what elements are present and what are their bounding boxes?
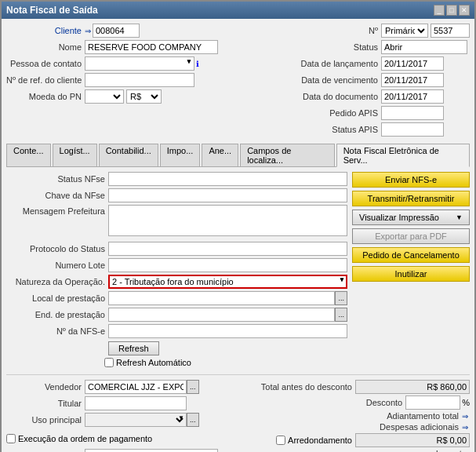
mensagem-textarea[interactable]	[108, 205, 347, 236]
pedido-canc-button[interactable]: Pedido de Cancelamento	[352, 247, 470, 263]
total-antes-label: Total antes do desconto	[261, 382, 355, 392]
nome-input[interactable]	[85, 40, 218, 54]
pedido-apis-label: Pedido APIS	[287, 108, 381, 118]
tab-contabilid[interactable]: Contabilid...	[99, 144, 158, 166]
enviar-nfse-button[interactable]: Enviar NFS-e	[352, 172, 470, 188]
moeda-currency-select[interactable]: R$	[126, 89, 162, 104]
tabs-bar: Conte... Logíst... Contabilid... Impo...…	[6, 144, 470, 167]
arredondamento-checkbox[interactable]	[276, 436, 285, 445]
tab-logist[interactable]: Logíst...	[53, 144, 97, 166]
titular-input[interactable]	[85, 396, 187, 410]
desconto-label: Desconto	[261, 398, 405, 407]
moeda-label: Moeda do PN	[6, 92, 85, 101]
data-venc-input[interactable]	[381, 73, 444, 87]
status-apis-input[interactable]	[381, 122, 444, 137]
adiantamento-arrow-icon: ⇒	[462, 412, 468, 421]
status-input[interactable]	[381, 40, 467, 54]
exec-ordem-row: Execução da ordem de pagamento	[6, 434, 255, 443]
nref-label: Nº de ref. do cliente	[6, 75, 85, 85]
exec-ordem-checkbox[interactable]	[6, 434, 16, 443]
end-prest-input[interactable]	[108, 308, 335, 322]
uso-principal-select[interactable]	[85, 413, 187, 427]
maximize-button[interactable]: □	[446, 5, 457, 16]
tab-conte[interactable]: Conte...	[6, 144, 51, 166]
visualizar-button[interactable]: Visualizar Impressão ▼	[352, 210, 470, 225]
data-doc-input[interactable]	[381, 89, 444, 104]
status-apis-row: Status APIS	[287, 122, 470, 137]
exportar-pdf-button[interactable]: Exportar para PDF	[352, 228, 470, 244]
uso-principal-label: Uso principal	[6, 415, 85, 425]
chave-row: Chave da NFse	[6, 188, 347, 202]
vendedor-input[interactable]	[85, 380, 187, 394]
status-nfse-input[interactable]	[108, 172, 347, 186]
tab-nota-fiscal[interactable]: Nota Fiscal Eletrônica de Serv...	[336, 144, 470, 167]
imposto-row: Imposto	[261, 449, 470, 452]
arredondamento-row: Arredondamento	[261, 433, 470, 447]
nref-row: Nº de ref. do cliente	[6, 73, 281, 87]
uso-principal-dots-btn[interactable]: ...	[187, 413, 199, 427]
vendedor-dots-btn[interactable]: ...	[187, 380, 199, 394]
protocolo-row: Protocolo do Status	[6, 242, 347, 256]
data-venc-row: Data de vencimento	[287, 73, 470, 87]
tab-impo[interactable]: Impo...	[160, 144, 201, 166]
arredondamento-label: Arredondamento	[288, 436, 352, 445]
bottom-left-fields: Vendedor ... Titular Uso principal ▼ ...	[6, 380, 255, 452]
tab-campos[interactable]: Campos de localiza...	[240, 144, 335, 166]
nro-nfse-input[interactable]	[108, 324, 347, 338]
transmitir-button[interactable]: Transmitir/Retransmitir	[352, 191, 470, 206]
protocolo-label: Protocolo do Status	[6, 244, 108, 253]
arredondamento-value	[355, 433, 470, 447]
natureza-dropdown-wrapper: 2 - Tributação fora do município ▼	[108, 275, 347, 289]
despesas-row: Despesas adicionais ⇒	[261, 422, 470, 432]
adiantamento-row: Adiantamento total ⇒	[261, 411, 470, 421]
cliente-arrow-icon: ⇒	[85, 27, 91, 35]
despesas-arrow-icon: ⇒	[462, 423, 468, 432]
exec-ordem-label: Execução da ordem de pagamento	[18, 434, 152, 443]
top-left-fields: Cliente ⇒ Nome Pessoa de contato ▼ ℹ	[6, 24, 281, 139]
visualizar-arrow-icon: ▼	[456, 213, 463, 221]
observacoes-row: Observações	[6, 449, 255, 452]
no-type-select[interactable]: Primário	[381, 24, 428, 38]
pessoa-label: Pessoa de contato	[6, 59, 85, 68]
minimize-button[interactable]: _	[434, 5, 445, 16]
content-area: Cliente ⇒ Nome Pessoa de contato ▼ ℹ	[2, 19, 474, 452]
top-section: Cliente ⇒ Nome Pessoa de contato ▼ ℹ	[6, 24, 470, 139]
protocolo-input[interactable]	[108, 242, 347, 256]
no-input[interactable]	[431, 24, 470, 38]
tab-ane[interactable]: Ane...	[202, 144, 238, 166]
data-lanc-input[interactable]	[381, 56, 444, 71]
inutilizar-button[interactable]: Inutilizar	[352, 266, 470, 282]
nro-nfse-row: Nº da NFS-e	[6, 324, 347, 338]
chave-label: Chave da NFse	[6, 191, 108, 200]
local-prest-input[interactable]	[108, 291, 335, 305]
pessoa-select[interactable]	[85, 56, 194, 71]
pedido-apis-row: Pedido APIS	[287, 106, 470, 120]
vendedor-label: Vendedor	[6, 382, 85, 392]
pessoa-info-icon[interactable]: ℹ	[196, 60, 199, 68]
refresh-auto-checkbox[interactable]	[104, 358, 114, 367]
end-prest-dots-btn[interactable]: ...	[335, 308, 347, 322]
end-prest-label: End. de prestação	[6, 310, 108, 319]
pessoa-row: Pessoa de contato ▼ ℹ	[6, 56, 281, 71]
pedido-apis-input[interactable]	[381, 106, 444, 120]
refresh-auto-row: Refresh Automático	[6, 358, 347, 367]
data-lanc-label: Data de lançamento	[287, 59, 381, 68]
refresh-auto-label: Refresh Automático	[116, 358, 191, 367]
chave-input[interactable]	[108, 188, 347, 202]
refresh-button[interactable]: Refresh	[108, 341, 159, 355]
desconto-input[interactable]	[405, 396, 460, 410]
cliente-input[interactable]	[93, 24, 140, 38]
natureza-select[interactable]: 2 - Tributação fora do município	[108, 275, 347, 289]
observacoes-textarea[interactable]	[85, 449, 218, 452]
observacoes-label: Observações	[6, 449, 85, 452]
close-button[interactable]: ✕	[459, 5, 470, 16]
local-prest-dots-btn[interactable]: ...	[335, 291, 347, 305]
main-area: Status NFse Chave da NFse Mensagem Prefe…	[6, 172, 470, 370]
moeda-select[interactable]	[85, 89, 124, 104]
data-doc-row: Data do documento	[287, 89, 470, 104]
status-label: Status	[287, 42, 381, 52]
main-window: Nota Fiscal de Saída _ □ ✕ Cliente ⇒ Nom…	[0, 0, 476, 452]
numero-lote-input[interactable]	[108, 258, 347, 272]
nref-input[interactable]	[85, 73, 194, 87]
right-panel: Enviar NFS-e Transmitir/Retransmitir Vis…	[352, 172, 470, 370]
